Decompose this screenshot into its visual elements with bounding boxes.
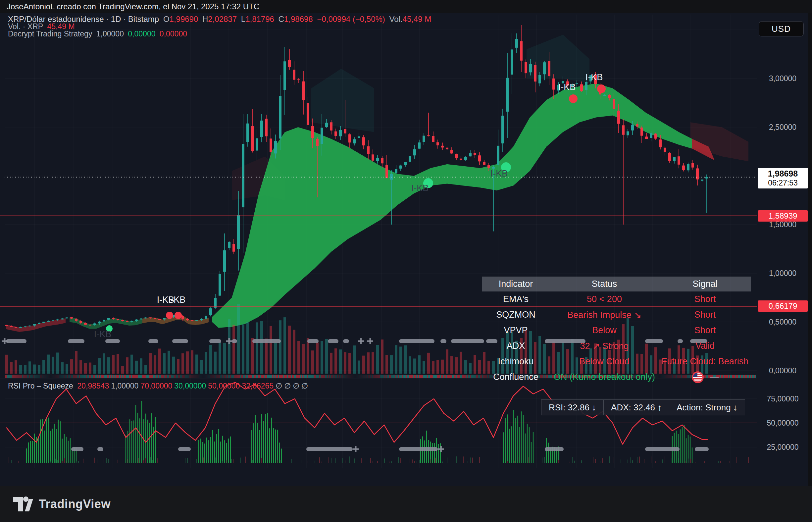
indicator-signal: Valid <box>659 341 751 351</box>
chart-area[interactable]: I-KBI-KBI-KBI-KBI-KBI-KBI-KB XRP/Dólar e… <box>0 13 808 486</box>
indicator-status: Below Cloud <box>550 356 659 367</box>
ichimoku-cloud <box>311 69 374 132</box>
price-tick-label: 2,50000 <box>757 123 808 132</box>
early-band <box>69 317 142 328</box>
rsi-indicator-title[interactable]: RSI Pro – Squeeze <box>8 382 73 390</box>
rsi-badges: RSI: 32.86 ↓ADX: 32.46 ↑Action: Strong ↓ <box>541 399 745 415</box>
ikb-label: I-KB <box>490 168 508 179</box>
header-status: Status <box>550 279 659 289</box>
low-value: 1,81796 <box>245 15 274 23</box>
currency-label: USD <box>772 24 791 34</box>
rsi-legend-value: ∅ <box>293 382 299 390</box>
strategy-value-1: 1,00000 <box>96 29 124 38</box>
price-tick-label: 0,00000 <box>757 366 808 375</box>
tradingview-brand-name: TradingView <box>39 497 110 511</box>
rsi-legend-value: 32,86265 <box>242 382 273 390</box>
rsi-legend-value: 30,00000 <box>174 382 206 390</box>
indicator-name: ADX <box>482 341 550 351</box>
indicator-table: Indicator Status Signal EMA's50 < 200Sho… <box>482 277 751 385</box>
rsi-tick-label: 75,00000 <box>757 395 808 403</box>
rsi-tick-label: 50,00000 <box>757 419 808 428</box>
rsi-tick-label: 25,00000 <box>757 443 808 452</box>
price-tick-label: 3,00000 <box>757 74 808 83</box>
sell-signal-dot <box>569 94 577 103</box>
last-price-value: 1,98698 <box>758 169 808 179</box>
rsi-legend-value: 20,98543 <box>77 382 109 390</box>
strategy-label[interactable]: Decrypt Trading Strategy <box>8 29 92 38</box>
table-row: ConfluenceON (Kumo breakout only)— <box>482 369 751 385</box>
ichimoku-cloud <box>690 122 748 161</box>
ikb-label: I-KB <box>586 72 603 82</box>
indicator-badge: Action: Strong ↓ <box>669 399 745 415</box>
close-value: 1,98698 <box>284 15 313 23</box>
sell-signal-dot <box>597 84 606 93</box>
open-label: O <box>163 15 169 23</box>
close-label: C <box>279 15 284 23</box>
indicator-status: 32 ↗ Strong <box>550 341 659 352</box>
alert-price-label: 1,58939 <box>758 210 808 222</box>
price-tick-label: 0,50000 <box>757 318 808 326</box>
indicator-status: Bearish Impulse ↘ <box>550 310 659 320</box>
sell-signal-dot <box>166 312 173 319</box>
footer-bar: TradingView <box>0 486 812 522</box>
rsi-pane[interactable] <box>0 382 757 463</box>
rsi-legend-value: 70,00000 <box>140 382 172 390</box>
volume-label: Vol. <box>389 15 403 23</box>
indicator-name: SQZMON <box>482 310 550 320</box>
indicator-status: Below <box>550 325 659 336</box>
alert-price-label: 0,66179 <box>758 300 808 312</box>
volume-value: 45,49 M <box>403 15 431 23</box>
open-value: 1,99690 <box>169 15 198 23</box>
rsi-legend-value: 1,00000 <box>111 382 138 390</box>
low-label: L <box>241 15 245 23</box>
indicator-signal: Future Cloud: Bearish <box>659 356 751 367</box>
header-signal: Signal <box>659 279 751 289</box>
ikb-label: I-KB <box>94 329 111 339</box>
bar-countdown: 06:27:53 <box>758 179 808 187</box>
rsi-legend-value: 50,00000 <box>208 382 240 390</box>
indicator-signal: Short <box>659 325 751 336</box>
sell-signal-dot <box>175 312 182 319</box>
indicator-badge: RSI: 32.86 ↓ <box>541 399 604 415</box>
table-row: EMA's50 < 200Short <box>482 292 751 307</box>
ikb-label: I-KB <box>558 82 576 92</box>
strategy-value-2: 0,00000 <box>128 29 155 38</box>
price-axis[interactable]: 3,500003,000002,500001,500001,000000,500… <box>757 13 808 468</box>
indicator-name: EMA's <box>482 294 550 304</box>
indicator-signal: — <box>659 371 751 384</box>
strategy-legend-row[interactable]: Decrypt Trading Strategy 1,00000 0,00000… <box>8 29 189 38</box>
high-label: H <box>202 15 208 23</box>
indicator-status: 50 < 200 <box>550 294 659 304</box>
indicator-table-header: Indicator Status Signal <box>482 277 751 292</box>
indicator-name: VPVP <box>482 325 550 336</box>
indicator-table-body: EMA's50 < 200ShortSQZMONBearish Impulse … <box>482 292 751 385</box>
ikb-label: I-KB <box>411 183 429 193</box>
rsi-legend-value: ∅ <box>301 382 308 390</box>
indicator-status: ON (Kumo breakout only) <box>550 372 659 382</box>
table-row: SQZMONBearish Impulse ↘Short <box>482 307 751 323</box>
high-value: 2,02837 <box>208 15 237 23</box>
rsi-legend-value: ∅ <box>276 382 282 390</box>
tradingview-logo-icon <box>12 496 34 513</box>
table-row: IchimokuBelow CloudFuture Cloud: Bearish <box>482 354 751 369</box>
table-row: VPVPBelowShort <box>482 323 751 338</box>
indicator-signal: Short <box>659 310 751 320</box>
us-flag-icon <box>691 371 704 384</box>
strategy-value-3: 0,00000 <box>160 29 187 38</box>
indicator-signal: Short <box>659 294 751 304</box>
attribution-bar: JoseAntonioL creado con TradingView.com,… <box>0 0 812 13</box>
indicator-name: Ichimoku <box>482 356 550 367</box>
attribution-text: JoseAntonioL creado con TradingView.com,… <box>7 2 259 11</box>
indicator-badge: ADX: 32.46 ↑ <box>604 399 669 415</box>
rsi-legend-value: ∅ <box>284 382 291 390</box>
last-price-label: 1,98698 06:27:53 <box>758 168 808 188</box>
header-indicator: Indicator <box>482 279 550 289</box>
signal-dash: — <box>710 372 719 382</box>
rsi-legend-row[interactable]: RSI Pro – Squeeze 20,985431,0000070,0000… <box>8 382 310 390</box>
currency-toggle-button[interactable]: USD <box>759 21 804 36</box>
indicator-name: Confluence <box>482 372 550 382</box>
change-value: −0,00994 (−0,50%) <box>317 15 385 23</box>
table-row: ADX32 ↗ StrongValid <box>482 338 751 354</box>
price-tick-label: 1,00000 <box>757 269 808 278</box>
ikb-label: I-KB <box>168 295 186 305</box>
